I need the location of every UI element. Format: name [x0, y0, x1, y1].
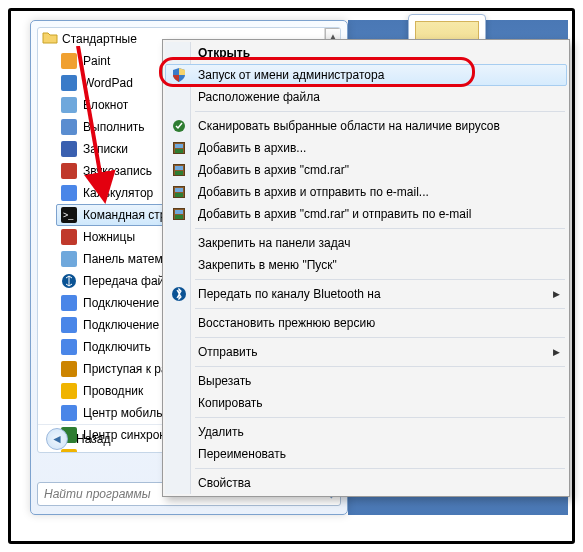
context-menu-item[interactable]: Добавить в архив и отправить по e-mail..…	[165, 181, 567, 203]
av-icon	[171, 118, 187, 134]
context-menu-label: Передать по каналу Bluetooth на	[198, 287, 381, 301]
context-menu-item[interactable]: Добавить в архив "cmd.rar"	[165, 159, 567, 181]
context-menu-label: Удалить	[198, 425, 244, 439]
folder-title: Стандартные	[62, 32, 137, 46]
program-label: Звукозапись	[83, 164, 152, 178]
context-menu-item[interactable]: Передать по каналу Bluetooth на▶	[165, 283, 567, 305]
context-menu-separator	[195, 366, 565, 367]
shield-icon	[171, 67, 187, 83]
program-icon	[61, 163, 77, 179]
program-icon	[61, 405, 77, 421]
context-menu-item[interactable]: Отправить▶	[165, 341, 567, 363]
submenu-arrow-icon: ▶	[553, 289, 560, 299]
context-menu-item[interactable]: Добавить в архив...	[165, 137, 567, 159]
context-menu-item[interactable]: Закрепить на панели задач	[165, 232, 567, 254]
svg-rect-18	[175, 210, 183, 214]
context-menu-separator	[195, 279, 565, 280]
program-icon	[61, 229, 77, 245]
context-menu-label: Открыть	[198, 46, 250, 60]
svg-rect-11	[175, 171, 183, 175]
bt-icon	[171, 286, 187, 302]
search-placeholder: Найти программы	[44, 487, 151, 501]
context-menu: ОткрытьЗапуск от имени администратораРас…	[162, 39, 570, 497]
context-menu-label: Закрепить на панели задач	[198, 236, 350, 250]
context-menu-label: Отправить	[198, 345, 258, 359]
program-icon	[61, 273, 77, 289]
submenu-arrow-icon: ▶	[553, 347, 560, 357]
program-icon	[61, 75, 77, 91]
context-menu-item[interactable]: Добавить в архив "cmd.rar" и отправить п…	[165, 203, 567, 225]
context-menu-item[interactable]: Расположение файла	[165, 86, 567, 108]
program-label: Paint	[83, 54, 110, 68]
svg-rect-10	[175, 166, 183, 170]
context-menu-label: Переименовать	[198, 447, 286, 461]
svg-rect-15	[175, 193, 183, 197]
rar-icon	[171, 162, 187, 178]
context-menu-separator	[195, 308, 565, 309]
program-icon	[61, 317, 77, 333]
program-icon: >_	[61, 207, 77, 223]
context-menu-item[interactable]: Копировать	[165, 392, 567, 414]
context-menu-separator	[195, 228, 565, 229]
program-icon	[61, 185, 77, 201]
context-menu-item[interactable]: Восстановить прежнюю версию	[165, 312, 567, 334]
context-menu-separator	[195, 337, 565, 338]
folder-icon	[42, 30, 58, 49]
context-menu-label: Восстановить прежнюю версию	[198, 316, 375, 330]
program-label: Записки	[83, 142, 128, 156]
rar-icon	[171, 206, 187, 222]
program-label: Выполнить	[83, 120, 145, 134]
program-icon	[61, 361, 77, 377]
context-menu-label: Вырезать	[198, 374, 251, 388]
program-label: Проводник	[83, 384, 143, 398]
context-menu-label: Запуск от имени администратора	[198, 68, 384, 82]
context-menu-label: Добавить в архив и отправить по e-mail..…	[198, 185, 429, 199]
context-menu-item[interactable]: Открыть	[165, 42, 567, 64]
context-menu-label: Добавить в архив "cmd.rar"	[198, 163, 349, 177]
svg-rect-6	[175, 144, 183, 148]
program-label: Ножницы	[83, 230, 135, 244]
context-menu-label: Сканировать выбранные области на наличие…	[198, 119, 500, 133]
context-menu-item[interactable]: Свойства	[165, 472, 567, 494]
program-icon	[61, 97, 77, 113]
back-label: Назад	[76, 432, 110, 446]
program-icon	[61, 339, 77, 355]
program-label: Калькулятор	[83, 186, 153, 200]
program-icon	[61, 383, 77, 399]
context-menu-item[interactable]: Сканировать выбранные области на наличие…	[165, 115, 567, 137]
back-arrow-icon: ◄	[46, 428, 68, 450]
program-icon	[61, 119, 77, 135]
svg-rect-14	[175, 188, 183, 192]
context-menu-item[interactable]: Вырезать	[165, 370, 567, 392]
context-menu-label: Свойства	[198, 476, 251, 490]
context-menu-label: Копировать	[198, 396, 263, 410]
context-menu-separator	[195, 468, 565, 469]
program-icon	[61, 251, 77, 267]
context-menu-item[interactable]: Переименовать	[165, 443, 567, 465]
context-menu-label: Добавить в архив "cmd.rar" и отправить п…	[198, 207, 471, 221]
program-icon	[61, 53, 77, 69]
context-menu-label: Закрепить в меню "Пуск"	[198, 258, 337, 272]
program-label: WordPad	[83, 76, 133, 90]
context-menu-item[interactable]: Запуск от имени администратора	[165, 64, 567, 86]
context-menu-separator	[195, 417, 565, 418]
context-menu-label: Расположение файла	[198, 90, 320, 104]
rar-icon	[171, 140, 187, 156]
svg-rect-7	[175, 149, 183, 153]
svg-rect-19	[175, 215, 183, 219]
program-label: Подключить	[83, 340, 151, 354]
program-label: Блокнот	[83, 98, 128, 112]
context-menu-separator	[195, 111, 565, 112]
rar-icon	[171, 184, 187, 200]
program-icon	[61, 295, 77, 311]
program-icon	[61, 141, 77, 157]
context-menu-item[interactable]: Удалить	[165, 421, 567, 443]
context-menu-item[interactable]: Закрепить в меню "Пуск"	[165, 254, 567, 276]
context-menu-label: Добавить в архив...	[198, 141, 306, 155]
